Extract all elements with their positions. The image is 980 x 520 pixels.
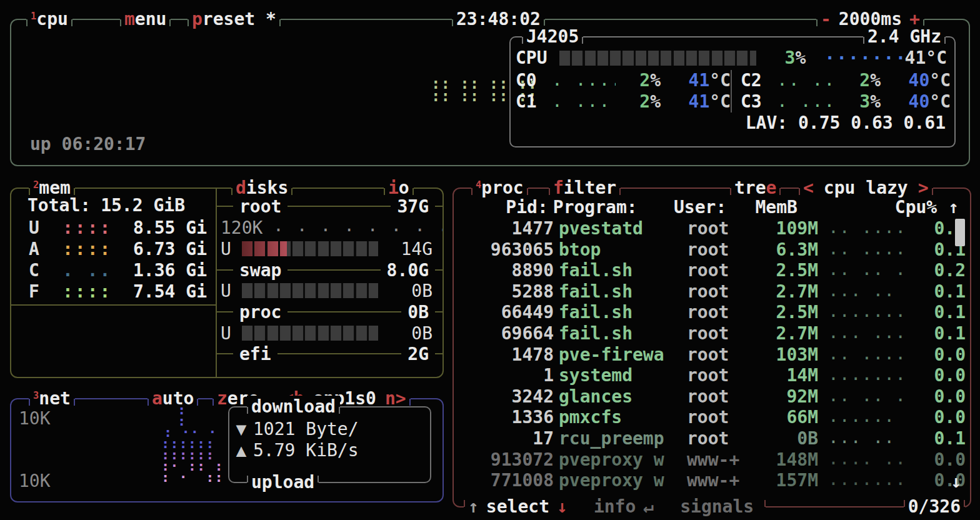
process-cpu-graph: ·· ·· · — [818, 390, 909, 411]
process-program: fail.sh — [559, 302, 687, 323]
load-average: LAV: 0.75 0.63 0.61 — [511, 112, 954, 134]
net-box-title[interactable]: 3net — [29, 388, 75, 410]
menu-button[interactable]: menu — [120, 8, 171, 31]
core-percent: 2% — [616, 91, 661, 112]
preset-button[interactable]: preset * — [188, 8, 281, 31]
process-program: btop — [559, 239, 687, 261]
mem-key: A — [29, 239, 52, 259]
disk-name: swap — [233, 260, 288, 281]
process-row[interactable]: 1477 pvestatd root 109M ·· ···· 0.0 — [454, 218, 970, 239]
process-program: pvestatd — [559, 218, 687, 239]
process-user: root — [687, 281, 749, 302]
process-mem: 2.5M — [749, 260, 818, 281]
cpu-usage-percent: 3% — [756, 48, 806, 69]
process-pid: 66449 — [454, 302, 554, 323]
process-mem: 2.5M — [749, 302, 818, 323]
sort-next-button[interactable]: > — [918, 178, 929, 198]
process-cpu-percent: 0.2 — [909, 260, 966, 281]
header-program[interactable]: Program: — [553, 197, 674, 218]
process-program: fail.sh — [559, 281, 687, 302]
process-cpu-graph: ·· ···· — [818, 348, 909, 369]
process-user: root — [687, 260, 749, 281]
process-row[interactable]: 1 systemd root 14M ········ 0.0 — [454, 365, 970, 386]
disk-io-value: 120K — [221, 218, 273, 238]
net-box-number: 3 — [33, 390, 39, 401]
disk-swap-header: swap8.0G — [217, 259, 442, 281]
process-row[interactable]: 5288 fail.sh root 2.7M ··· ·· ·· 0.1 — [454, 281, 970, 302]
interval-decrease-button[interactable]: - — [821, 9, 831, 29]
header-cpu[interactable]: Cpu% — [884, 197, 937, 218]
disk-io-graph: · · · · · · · · · · · · · · — [273, 220, 442, 239]
select-hint[interactable]: select — [486, 496, 549, 518]
select-up-icon[interactable]: ↑ — [468, 496, 479, 518]
disks-panel: root37G 120K · · · · · · · · · · · · · ·… — [217, 189, 442, 377]
cpu-box-title[interactable]: 1cpu — [26, 8, 72, 31]
process-row[interactable]: 1336 pmxcfs root 66M ······ · 0.0 — [454, 407, 970, 428]
header-user[interactable]: User: — [674, 197, 732, 218]
info-hint[interactable]: info — [594, 496, 636, 518]
header-mem[interactable]: MemB — [732, 197, 798, 218]
scrollbar-thumb[interactable] — [955, 219, 965, 246]
process-row[interactable]: 913072 pveproxy w www-+ 148M ···· ·· 0.0 — [454, 449, 970, 471]
disk-used-value: 0B — [378, 281, 442, 301]
signals-hint[interactable]: signals — [680, 496, 754, 518]
process-program: glances — [559, 386, 687, 408]
process-pid: 5288 — [454, 281, 554, 302]
core-percent: 2% — [836, 70, 881, 91]
process-row[interactable]: 66449 fail.sh root 2.5M ······· 0.1 — [454, 302, 970, 323]
process-cpu-percent: 0.0 — [909, 449, 966, 471]
process-row[interactable]: 963065 btop root 6.3M ·· ····· 0.1 — [454, 239, 970, 261]
filter-button[interactable]: filter — [549, 177, 621, 199]
process-pid: 3242 — [454, 386, 554, 408]
proc-box-title[interactable]: 4proc — [471, 177, 528, 199]
process-pid: 8890 — [454, 260, 554, 281]
process-row[interactable]: 1478 pve-firewa root 103M ·· ···· 0.0 — [454, 344, 970, 366]
process-user: www-+ — [687, 449, 749, 471]
process-row[interactable]: 17 rcu_preemp root 0B ··· ·· · 0.1 — [454, 428, 970, 449]
process-pid: 913072 — [454, 449, 554, 471]
process-mem: 14M — [749, 365, 818, 386]
upload-speed-row: ▲ 5.79 KiB/s — [229, 440, 430, 461]
process-cpu-percent: 0.0 — [909, 386, 966, 408]
core-c1: C1 · ··· ·· 2% 41°C — [511, 91, 731, 112]
mem-meter-dots: :::::::: — [62, 281, 113, 302]
cpu-temperature: 41°C — [905, 48, 954, 69]
tree-button[interactable]: tree — [730, 177, 781, 199]
disk-used-value: 0B — [378, 323, 442, 344]
process-row[interactable]: 3242 glances root 92M ·· ·· · 0.0 — [454, 386, 970, 408]
disk-used-label: U — [221, 323, 242, 344]
process-mem: 109M — [749, 218, 818, 239]
process-row[interactable]: 69664 fail.sh root 2.7M ··· ···· 0.1 — [454, 323, 970, 344]
core-label: C1 — [511, 91, 552, 112]
header-pid[interactable]: Pid: — [454, 197, 548, 218]
disk-swap-used-row: U 0B — [217, 280, 442, 301]
select-down-icon[interactable]: ↓ — [557, 496, 568, 518]
process-mem: 6.3M — [749, 239, 818, 261]
process-table-body: 1477 pvestatd root 109M ·· ···· 0.0 9630… — [454, 218, 970, 491]
sort-prev-button[interactable]: < — [803, 178, 814, 198]
process-row[interactable]: 771008 pveproxy w www-+ 157M ······· 0.0 — [454, 470, 970, 491]
process-row[interactable]: 8890 fail.sh root 2.5M ·· ·· · · 0.2 — [454, 260, 970, 281]
core-c3: C3 · ··· ·· 3% 40°C — [731, 91, 951, 112]
core-row-0-2: C0 · ···· · 2% 41°C C2 ·· ··· · 2% 40°C — [511, 70, 954, 91]
core-c2: C2 ·· ··· · 2% 40°C — [731, 70, 951, 91]
scroll-down-indicator-icon: ↓ — [951, 471, 961, 492]
disk-name: root — [233, 196, 288, 217]
process-pid: 1477 — [454, 218, 554, 239]
process-user: root — [687, 386, 749, 408]
process-program: rcu_preemp — [559, 428, 687, 449]
mem-key: C — [29, 260, 52, 281]
process-count: 0/326 — [904, 496, 965, 518]
process-mem: 103M — [749, 344, 818, 366]
disk-proc-used-row: U 0B — [217, 322, 442, 344]
auto-button[interactable]: auto — [148, 388, 198, 410]
core-row-1-3: C1 · ··· ·· 2% 41°C C3 · ··· ·· 3% 40°C — [511, 91, 954, 112]
disk-used-label: U — [221, 239, 242, 259]
cpu-usage-graph-dots: ········· — [824, 48, 904, 69]
process-pid: 17 — [454, 428, 554, 449]
mem-key: U — [29, 218, 52, 238]
process-cpu-percent: 0.1 — [909, 302, 966, 323]
disk-proc-meter — [242, 326, 378, 341]
mem-meter-dots: :::::::: — [62, 239, 113, 259]
process-user: root — [687, 365, 749, 386]
